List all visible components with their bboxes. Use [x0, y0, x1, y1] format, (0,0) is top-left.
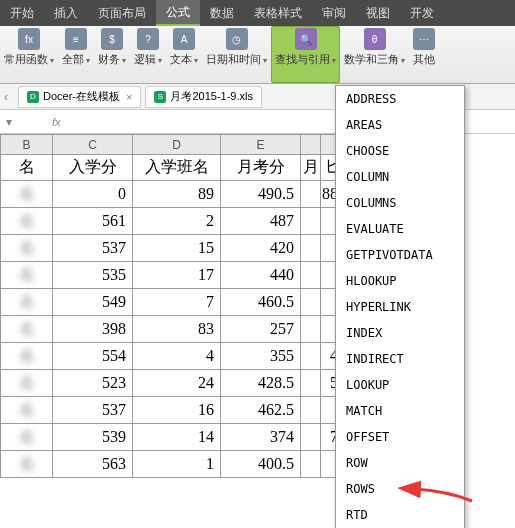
colhdr-b[interactable]: B [1, 135, 53, 155]
doctab-docer[interactable]: D Docer-在线模板 × [18, 86, 141, 108]
cell-class-in[interactable]: 24 [133, 370, 221, 397]
cell-f[interactable] [301, 370, 321, 397]
dropdown-item-hlookup[interactable]: HLOOKUP [336, 268, 464, 294]
cell-name[interactable]: 名 [1, 370, 53, 397]
cell-name[interactable]: 名 [1, 424, 53, 451]
cell-score-m[interactable]: 257 [221, 316, 301, 343]
cell-score-in[interactable]: 537 [53, 235, 133, 262]
colhdr-c[interactable]: C [53, 135, 133, 155]
hdr-score-in[interactable]: 入学分 [53, 155, 133, 181]
tab-start[interactable]: 开始 [0, 0, 44, 26]
hdr-name[interactable]: 名 [1, 155, 53, 181]
cell-score-in[interactable]: 523 [53, 370, 133, 397]
cell-f[interactable] [301, 451, 321, 478]
dropdown-item-lookup[interactable]: LOOKUP [336, 372, 464, 398]
cell-class-in[interactable]: 17 [133, 262, 221, 289]
cell-f[interactable] [301, 181, 321, 208]
ribbon-datetime[interactable]: ◷ 日期和时间▾ [202, 26, 271, 83]
cell-score-in[interactable]: 535 [53, 262, 133, 289]
cell-name[interactable]: 名 [1, 343, 53, 370]
ribbon-other[interactable]: ⋯ 其他 [409, 26, 439, 83]
ribbon-text[interactable]: A 文本▾ [166, 26, 202, 83]
colhdr-f[interactable] [301, 135, 321, 155]
cell-score-in[interactable]: 539 [53, 424, 133, 451]
cell-name[interactable]: 名 [1, 397, 53, 424]
dropdown-item-rows[interactable]: ROWS [336, 476, 464, 502]
cell-class-in[interactable]: 7 [133, 289, 221, 316]
dropdown-item-rtd[interactable]: RTD [336, 502, 464, 528]
cell-class-in[interactable]: 15 [133, 235, 221, 262]
hdr-score-m[interactable]: 月考分 [221, 155, 301, 181]
close-icon[interactable]: × [126, 91, 132, 103]
cell-score-m[interactable]: 462.5 [221, 397, 301, 424]
cell-class-in[interactable]: 83 [133, 316, 221, 343]
cell-name[interactable]: 名 [1, 451, 53, 478]
tab-tablestyle[interactable]: 表格样式 [244, 0, 312, 26]
cell-name[interactable]: 名 [1, 235, 53, 262]
cell-score-m[interactable]: 355 [221, 343, 301, 370]
cell-f[interactable] [301, 397, 321, 424]
cell-f[interactable] [301, 235, 321, 262]
cell-f[interactable] [301, 208, 321, 235]
colhdr-d[interactable]: D [133, 135, 221, 155]
doctab-file[interactable]: S 月考2015-1-9.xls [145, 86, 262, 108]
dropdown-item-offset[interactable]: OFFSET [336, 424, 464, 450]
tab-insert[interactable]: 插入 [44, 0, 88, 26]
cell-score-in[interactable]: 563 [53, 451, 133, 478]
namebox-dd[interactable]: ▾ [6, 115, 12, 129]
dropdown-item-index[interactable]: INDEX [336, 320, 464, 346]
colhdr-e[interactable]: E [221, 135, 301, 155]
cell-f[interactable] [301, 316, 321, 343]
cell-score-m[interactable]: 460.5 [221, 289, 301, 316]
cell-score-m[interactable]: 400.5 [221, 451, 301, 478]
cell-class-in[interactable]: 1 [133, 451, 221, 478]
tab-layout[interactable]: 页面布局 [88, 0, 156, 26]
dropdown-item-evaluate[interactable]: EVALUATE [336, 216, 464, 242]
tab-formula[interactable]: 公式 [156, 0, 200, 26]
ribbon-finance[interactable]: $ 财务▾ [94, 26, 130, 83]
ribbon-logic[interactable]: ? 逻辑▾ [130, 26, 166, 83]
cell-name[interactable]: 名 [1, 208, 53, 235]
tab-scroll-left[interactable]: ‹ [4, 90, 18, 104]
cell-score-m[interactable]: 428.5 [221, 370, 301, 397]
cell-name[interactable]: 名 [1, 316, 53, 343]
cell-score-m[interactable]: 487 [221, 208, 301, 235]
cell-name[interactable]: 名 [1, 181, 53, 208]
ribbon-all[interactable]: ≡ 全部▾ [58, 26, 94, 83]
cell-f[interactable] [301, 343, 321, 370]
tab-data[interactable]: 数据 [200, 0, 244, 26]
dropdown-item-address[interactable]: ADDRESS [336, 86, 464, 112]
ribbon-math[interactable]: θ 数学和三角▾ [340, 26, 409, 83]
ribbon-lookup[interactable]: 🔍 查找与引用▾ [271, 26, 340, 83]
dropdown-item-row[interactable]: ROW [336, 450, 464, 476]
dropdown-item-choose[interactable]: CHOOSE [336, 138, 464, 164]
cell-score-in[interactable]: 0 [53, 181, 133, 208]
dropdown-item-columns[interactable]: COLUMNS [336, 190, 464, 216]
cell-class-in[interactable]: 16 [133, 397, 221, 424]
cell-name[interactable]: 名 [1, 262, 53, 289]
cell-f[interactable] [301, 424, 321, 451]
dropdown-item-column[interactable]: COLUMN [336, 164, 464, 190]
cell-score-in[interactable]: 561 [53, 208, 133, 235]
cell-score-m[interactable]: 374 [221, 424, 301, 451]
dropdown-item-getpivotdata[interactable]: GETPIVOTDATA [336, 242, 464, 268]
cell-class-in[interactable]: 89 [133, 181, 221, 208]
hdr-class-in[interactable]: 入学班名 [133, 155, 221, 181]
dropdown-item-areas[interactable]: AREAS [336, 112, 464, 138]
cell-score-in[interactable]: 554 [53, 343, 133, 370]
cell-class-in[interactable]: 4 [133, 343, 221, 370]
cell-score-in[interactable]: 398 [53, 316, 133, 343]
cell-score-m[interactable]: 440 [221, 262, 301, 289]
cell-score-in[interactable]: 549 [53, 289, 133, 316]
cell-class-in[interactable]: 14 [133, 424, 221, 451]
dropdown-item-hyperlink[interactable]: HYPERLINK [336, 294, 464, 320]
hdr-month[interactable]: 月 [301, 155, 321, 181]
tab-dev[interactable]: 开发 [400, 0, 444, 26]
dropdown-item-match[interactable]: MATCH [336, 398, 464, 424]
ribbon-common-fn[interactable]: fx 常用函数▾ [0, 26, 58, 83]
cell-score-in[interactable]: 537 [53, 397, 133, 424]
cell-f[interactable] [301, 262, 321, 289]
cell-name[interactable]: 名 [1, 289, 53, 316]
tab-review[interactable]: 审阅 [312, 0, 356, 26]
tab-view[interactable]: 视图 [356, 0, 400, 26]
